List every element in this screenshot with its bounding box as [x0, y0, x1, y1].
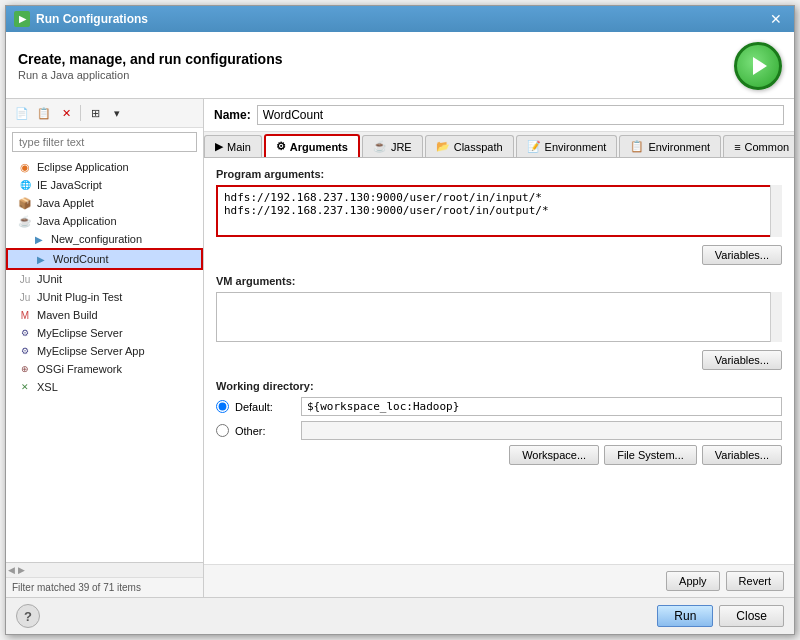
- program-args-textarea[interactable]: hdfs://192.168.237.130:9000/user/root/in…: [216, 185, 782, 237]
- arguments-tab-content: Program arguments: hdfs://192.168.237.13…: [204, 158, 794, 564]
- other-radio-label: Other:: [235, 425, 295, 437]
- eclipse-icon: ◉: [18, 160, 32, 174]
- junit-icon: Ju: [18, 272, 32, 286]
- sidebar-item-label: MyEclipse Server: [37, 327, 123, 339]
- variables-button-2[interactable]: Variables...: [702, 350, 782, 370]
- new-config-button[interactable]: 📄: [12, 103, 32, 123]
- run-icon-button[interactable]: [734, 42, 782, 90]
- run-button[interactable]: Run: [657, 605, 713, 627]
- osgi-icon: ⊕: [18, 362, 32, 376]
- sidebar-item-java-applet[interactable]: 📦 Java Applet: [6, 194, 203, 212]
- sidebar-filter-status: Filter matched 39 of 71 items: [6, 577, 203, 597]
- header-section: Create, manage, and run configurations R…: [6, 32, 794, 99]
- sidebar-item-wordcount[interactable]: ▶ WordCount: [6, 248, 203, 270]
- tab-source[interactable]: 📝 Environment: [516, 135, 618, 157]
- sidebar-hscroll[interactable]: ◀ ▶: [6, 562, 203, 577]
- common-tab-icon: ≡: [734, 141, 740, 153]
- tab-label: Main: [227, 141, 251, 153]
- config-run-icon: ▶: [32, 232, 46, 246]
- sidebar-item-new-configuration[interactable]: ▶ New_configuration: [6, 230, 203, 248]
- sidebar-item-ie-javascript[interactable]: 🌐 IE JavaScript: [6, 176, 203, 194]
- junit-plugin-icon: Ju: [18, 290, 32, 304]
- sidebar-toolbar: 📄 📋 ✕ ⊞ ▾: [6, 99, 203, 128]
- vm-textarea-scrollbar[interactable]: [770, 292, 782, 342]
- filter-button[interactable]: ⊞: [85, 103, 105, 123]
- tab-label: Classpath: [454, 141, 503, 153]
- header-title: Create, manage, and run configurations: [18, 51, 283, 67]
- ie-icon: 🌐: [18, 178, 32, 192]
- name-row: Name:: [204, 99, 794, 132]
- default-radio[interactable]: [216, 400, 229, 413]
- vm-args-content: [217, 293, 767, 341]
- title-bar: ▶ Run Configurations ✕: [6, 6, 794, 32]
- working-dir-label: Working directory:: [216, 380, 782, 392]
- filter-input[interactable]: [12, 132, 197, 152]
- other-radio[interactable]: [216, 424, 229, 437]
- variables-button-1[interactable]: Variables...: [702, 245, 782, 265]
- tab-classpath[interactable]: 📂 Classpath: [425, 135, 514, 157]
- tab-arguments[interactable]: ⚙ Arguments: [264, 134, 360, 157]
- close-window-button[interactable]: ✕: [766, 11, 786, 27]
- main-content: 📄 📋 ✕ ⊞ ▾ ◉: [6, 99, 794, 597]
- other-dir-input[interactable]: [301, 421, 782, 440]
- sidebar-item-java-application[interactable]: ☕ Java Application: [6, 212, 203, 230]
- filter-icon: ⊞: [91, 107, 100, 120]
- more-button[interactable]: ▾: [107, 103, 127, 123]
- tab-common[interactable]: ≡ Common: [723, 135, 794, 157]
- myeclipse-icon: ⚙: [18, 326, 32, 340]
- sidebar-item-label: OSGi Framework: [37, 363, 122, 375]
- vm-args-section: VM arguments: Variables...: [216, 275, 782, 370]
- copy-config-button[interactable]: 📋: [34, 103, 54, 123]
- classpath-tab-icon: 📂: [436, 140, 450, 153]
- xsl-icon: ✕: [18, 380, 32, 394]
- sidebar-item-myeclipse-server[interactable]: ⚙ MyEclipse Server: [6, 324, 203, 342]
- workspace-button[interactable]: Workspace...: [509, 445, 599, 465]
- variables-button-3[interactable]: Variables...: [702, 445, 782, 465]
- workspace-btn-row: Workspace... File System... Variables...: [216, 445, 782, 465]
- help-button[interactable]: ?: [16, 604, 40, 628]
- sidebar-item-label: JUnit: [37, 273, 62, 285]
- apply-revert-row: Apply Revert: [204, 564, 794, 597]
- tab-label: JRE: [391, 141, 412, 153]
- sidebar-item-label: Java Applet: [37, 197, 94, 209]
- tab-main[interactable]: ▶ Main: [204, 135, 262, 157]
- program-args-content: hdfs://192.168.237.130:9000/user/root/in…: [218, 187, 766, 235]
- default-dir-input[interactable]: [301, 397, 782, 416]
- sidebar-item-label: WordCount: [53, 253, 108, 265]
- more-icon: ▾: [114, 107, 120, 120]
- sidebar-item-label: Maven Build: [37, 309, 98, 321]
- sidebar-list: ◉ Eclipse Application 🌐 IE JavaScript 📦 …: [6, 156, 203, 562]
- sidebar-item-junit[interactable]: Ju JUnit: [6, 270, 203, 288]
- sidebar-item-osgi-framework[interactable]: ⊕ OSGi Framework: [6, 360, 203, 378]
- sidebar-item-label: MyEclipse Server App: [37, 345, 145, 357]
- maven-icon: M: [18, 308, 32, 322]
- filesystem-button[interactable]: File System...: [604, 445, 697, 465]
- dialog-icon: ▶: [14, 11, 30, 27]
- delete-config-button[interactable]: ✕: [56, 103, 76, 123]
- close-button[interactable]: Close: [719, 605, 784, 627]
- sidebar-item-xsl[interactable]: ✕ XSL: [6, 378, 203, 396]
- sidebar-item-maven-build[interactable]: M Maven Build: [6, 306, 203, 324]
- sidebar-item-eclipse-app[interactable]: ◉ Eclipse Application: [6, 158, 203, 176]
- main-tab-icon: ▶: [215, 140, 223, 153]
- java-applet-icon: 📦: [18, 196, 32, 210]
- sidebar-item-junit-plugin[interactable]: Ju JUnit Plug-in Test: [6, 288, 203, 306]
- variables-btn-row-1: Variables...: [216, 245, 782, 265]
- tab-jre[interactable]: ☕ JRE: [362, 135, 423, 157]
- tab-environment[interactable]: 📋 Environment: [619, 135, 721, 157]
- vm-args-textarea[interactable]: [216, 292, 782, 342]
- working-dir-section: Working directory: Default: Other: Works…: [216, 380, 782, 465]
- revert-button[interactable]: Revert: [726, 571, 784, 591]
- wordcount-run-icon: ▶: [34, 252, 48, 266]
- sidebar-item-label: Eclipse Application: [37, 161, 129, 173]
- sidebar: 📄 📋 ✕ ⊞ ▾ ◉: [6, 99, 204, 597]
- apply-button[interactable]: Apply: [666, 571, 720, 591]
- program-args-label: Program arguments:: [216, 168, 782, 180]
- textarea-scrollbar[interactable]: [770, 185, 782, 237]
- copy-icon: 📋: [37, 107, 51, 120]
- variables-btn-row-2: Variables...: [216, 350, 782, 370]
- name-input[interactable]: [257, 105, 784, 125]
- default-radio-label: Default:: [235, 401, 295, 413]
- sidebar-item-myeclipse-server-app[interactable]: ⚙ MyEclipse Server App: [6, 342, 203, 360]
- jre-tab-icon: ☕: [373, 140, 387, 153]
